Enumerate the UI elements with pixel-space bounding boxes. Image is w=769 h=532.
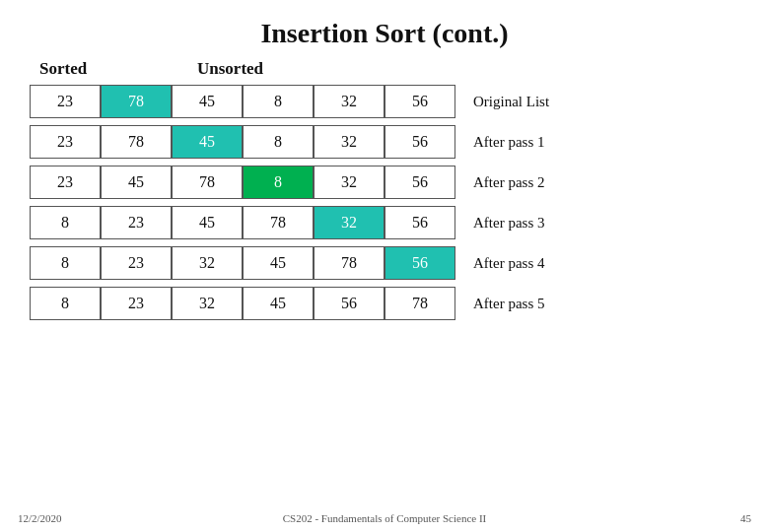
cell-pass4-1: 23 — [101, 246, 172, 280]
cell-pass1-3: 8 — [243, 125, 314, 159]
cell-pass4-0: 8 — [30, 246, 101, 280]
cells-pass3: 82345783256 — [30, 206, 455, 239]
cell-pass3-2: 45 — [172, 206, 243, 239]
footer-page: 45 — [740, 512, 751, 524]
cells-pass1: 23784583256 — [30, 125, 455, 159]
row-pass3: 82345783256After pass 3 — [30, 206, 739, 239]
cell-original-3: 8 — [243, 85, 314, 118]
cell-pass1-1: 78 — [101, 125, 172, 159]
cell-original-4: 32 — [314, 85, 384, 118]
cells-pass2: 23457883256 — [30, 166, 455, 199]
unsorted-label: Unsorted — [197, 59, 263, 79]
row-label-pass3: After pass 3 — [473, 215, 544, 232]
row-pass1: 23784583256After pass 1 — [30, 125, 739, 159]
row-original: 23784583256Original List — [30, 85, 739, 118]
cell-pass4-2: 32 — [172, 246, 243, 280]
cell-pass3-4: 32 — [314, 206, 384, 239]
cell-pass4-4: 78 — [314, 246, 384, 280]
cell-pass5-1: 23 — [101, 287, 172, 320]
row-pass5: 82332455678After pass 5 — [30, 287, 739, 320]
cell-pass4-3: 45 — [243, 246, 314, 280]
cell-pass2-5: 56 — [384, 166, 455, 199]
cell-pass1-0: 23 — [30, 125, 101, 159]
footer-course: CS202 - Fundamentals of Computer Science… — [283, 512, 487, 524]
cell-pass5-2: 32 — [172, 287, 243, 320]
cell-pass2-3: 8 — [243, 166, 314, 199]
cell-pass5-4: 56 — [314, 287, 384, 320]
cell-pass1-4: 32 — [314, 125, 384, 159]
cell-pass2-0: 23 — [30, 166, 101, 199]
cells-pass5: 82332455678 — [30, 287, 455, 320]
sorted-label: Sorted — [39, 59, 197, 79]
cell-pass4-5: 56 — [384, 246, 455, 280]
cell-original-0: 23 — [30, 85, 101, 118]
cells-original: 23784583256 — [30, 85, 455, 118]
cell-pass3-0: 8 — [30, 206, 101, 239]
cell-pass5-5: 78 — [384, 287, 455, 320]
cell-pass1-2: 45 — [172, 125, 243, 159]
cell-pass3-5: 56 — [384, 206, 455, 239]
cell-original-2: 45 — [172, 85, 243, 118]
row-label-pass4: After pass 4 — [473, 255, 544, 272]
cell-pass2-2: 78 — [172, 166, 243, 199]
row-label-pass1: After pass 1 — [473, 134, 544, 151]
cell-pass1-5: 56 — [384, 125, 455, 159]
cell-original-1: 78 — [101, 85, 172, 118]
cell-pass5-3: 45 — [243, 287, 314, 320]
row-pass2: 23457883256After pass 2 — [30, 166, 739, 199]
cell-pass2-1: 45 — [101, 166, 172, 199]
cell-pass2-4: 32 — [314, 166, 384, 199]
cell-pass5-0: 8 — [30, 287, 101, 320]
row-label-pass2: After pass 2 — [473, 174, 544, 191]
row-label-original: Original List — [473, 94, 549, 110]
cells-pass4: 82332457856 — [30, 246, 455, 280]
page-title: Insertion Sort (cont.) — [0, 0, 769, 59]
footer-date: 12/2/2020 — [18, 512, 62, 524]
row-label-pass5: After pass 5 — [473, 296, 544, 312]
cell-pass3-1: 23 — [101, 206, 172, 239]
row-pass4: 82332457856After pass 4 — [30, 246, 739, 280]
cell-original-5: 56 — [384, 85, 455, 118]
cell-pass3-3: 78 — [243, 206, 314, 239]
